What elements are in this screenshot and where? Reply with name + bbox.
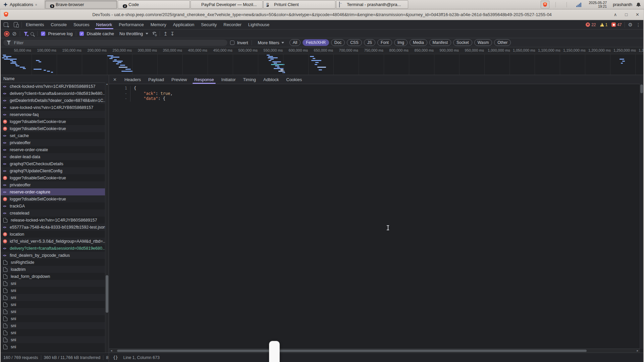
request-row[interactable]: <>graphql?UpdateClientConfig: [1, 167, 109, 174]
import-har-icon[interactable]: ↥: [163, 31, 168, 36]
request-row[interactable]: <>reserve-order-create: [1, 146, 109, 153]
network-signal-icon[interactable]: [576, 2, 581, 7]
list-scrollbar[interactable]: ▲: [105, 82, 109, 353]
user-menu[interactable]: prashanth: [613, 2, 632, 7]
window-titlebar[interactable]: DevTools - uat.e-shop.jeep.com/ore/2025/…: [1, 9, 643, 20]
detail-tab-timing[interactable]: Timing: [239, 75, 260, 84]
request-row[interactable]: release-locked-vin?vin=1C4RJYB60S8689157: [1, 217, 109, 224]
more-options-icon[interactable]: ⋮: [635, 20, 643, 29]
throttling-select[interactable]: No throttling: [119, 31, 143, 36]
filter-chip-manifest[interactable]: Manifest: [429, 39, 451, 46]
request-row[interactable]: sni: [1, 294, 109, 301]
request-row[interactable]: <>delivery?client=fcanafta&sessionId=08d…: [1, 90, 109, 97]
tab-lighthouse[interactable]: Lighthouse: [245, 20, 273, 29]
scrollbar-thumb[interactable]: [106, 275, 108, 313]
filter-chip-font[interactable]: Font: [377, 39, 392, 46]
request-row[interactable]: <>find_dealers_by_zipcode_radius: [1, 252, 109, 259]
disable-cache-checkbox[interactable]: ✓: [79, 32, 84, 36]
pretty-print-icon[interactable]: {}: [109, 355, 120, 360]
tab-elements[interactable]: Elements: [22, 20, 47, 29]
console-errors-badge[interactable]: ✕ 22: [586, 20, 596, 29]
export-har-icon[interactable]: ↧: [170, 31, 175, 36]
tab-network[interactable]: Network: [93, 20, 116, 29]
detail-tab-adblock[interactable]: Adblock: [260, 75, 282, 84]
request-row[interactable]: sni: [1, 329, 109, 336]
filter-chip-doc[interactable]: Doc: [331, 39, 345, 46]
filter-chip-other[interactable]: Other: [494, 39, 511, 46]
request-row[interactable]: <>e55777aa-7548-4c4a-8333-b01992fb1592-t…: [1, 224, 109, 231]
request-row[interactable]: <>save-locked-vins?vin=1C4RJYB60S8689157: [1, 104, 109, 111]
request-row[interactable]: <>privateoffer: [1, 139, 109, 146]
device-toolbar-button[interactable]: [11, 20, 21, 29]
request-row[interactable]: ✕logger?disableSetCookie=true: [1, 195, 109, 202]
request-row[interactable]: ✕id?d_visid_ver=5.3.0&d_fieldgroup=AAM&d…: [1, 238, 109, 245]
tab-performance[interactable]: Performance: [115, 20, 147, 29]
scroll-left-icon[interactable]: ◄: [110, 349, 113, 353]
filter-chip-wasm[interactable]: Wasm: [474, 39, 492, 46]
close-button[interactable]: ✕: [636, 12, 639, 17]
adblock-badge[interactable]: 47: [611, 20, 622, 29]
detail-tab-payload[interactable]: Payload: [145, 75, 168, 84]
detail-tab-cookies[interactable]: Cookies: [282, 75, 306, 84]
more-filters-button[interactable]: More filters: [258, 40, 284, 45]
notifications-bell-icon[interactable]: [636, 2, 641, 7]
request-row[interactable]: loadtrim: [1, 266, 109, 273]
request-row[interactable]: sniRightSide: [1, 259, 109, 266]
filter-chip-all[interactable]: All: [289, 39, 301, 46]
request-row[interactable]: <>privateoffer: [1, 181, 109, 188]
tab-memory[interactable]: Memory: [147, 20, 170, 29]
clock[interactable]: 2025-05-27 19:21: [589, 1, 607, 8]
taskbar-window-button[interactable]: Terminal - prashanth@pra...: [336, 0, 408, 9]
request-row[interactable]: sni: [1, 336, 109, 343]
request-row[interactable]: <>dealer-lead-data: [1, 153, 109, 160]
filter-chip-fetchxhr[interactable]: Fetch/XHR: [303, 39, 329, 46]
taskbar-window-button[interactable]: 2Code: [118, 0, 190, 9]
detail-horizontal-scrollbar[interactable]: ◄ ►: [109, 349, 640, 353]
close-detail-button[interactable]: ✕: [109, 75, 121, 84]
request-row[interactable]: ✕logger?disableSetCookie=true: [1, 174, 109, 181]
request-row[interactable]: <>reserve-order-capture: [1, 188, 109, 195]
request-row[interactable]: <>delivery?client=fcanafta&sessionId=08d…: [1, 245, 109, 252]
request-row[interactable]: <>createlead: [1, 209, 109, 217]
request-row[interactable]: sni: [1, 315, 109, 322]
applications-menu[interactable]: Applications ≡: [0, 0, 45, 9]
request-row[interactable]: ✕logger?disableSetCookie=true: [1, 125, 109, 132]
request-row[interactable]: <>reservenow-faq: [1, 111, 109, 118]
taskbar-window-button[interactable]: PPritunl Client: [263, 0, 335, 9]
request-row[interactable]: <>getDealerInfoDetails?dealer_code=68748…: [1, 97, 109, 104]
scroll-up-icon[interactable]: ▲: [105, 82, 109, 86]
scrollbar-thumb[interactable]: [117, 350, 587, 352]
taskbar-window-button[interactable]: PayPal Developer — Mozil...: [191, 0, 263, 9]
tab-sources[interactable]: Sources: [70, 20, 93, 29]
settings-gear-icon[interactable]: ⚙: [626, 20, 635, 29]
filter-toggle-icon[interactable]: [23, 32, 28, 36]
invert-checkbox[interactable]: [230, 41, 234, 45]
clear-icon[interactable]: ⊘: [12, 31, 16, 37]
detail-tab-response[interactable]: Response: [191, 75, 218, 84]
request-row[interactable]: <>check-locked-vins?vin=1C4RJYB60S868915…: [1, 83, 109, 90]
response-body-viewer[interactable]: 1{- "ack": true,- "data": {: [109, 84, 643, 353]
request-row[interactable]: ✕logger?disableSetCookie=true: [1, 118, 109, 125]
tab-recorder[interactable]: Recorder: [220, 20, 245, 29]
request-row[interactable]: ✕location: [1, 231, 109, 238]
inspect-element-button[interactable]: [1, 20, 11, 29]
scrollbar-thumb[interactable]: [640, 84, 643, 93]
tab-security[interactable]: Security: [198, 20, 220, 29]
request-row[interactable]: sni: [1, 322, 109, 329]
network-overview-timeline[interactable]: 50,000 ms100,000 ms150,000 ms200,000 ms2…: [1, 47, 643, 75]
search-icon[interactable]: [31, 32, 34, 36]
console-warnings-badge[interactable]: 1: [600, 20, 608, 29]
request-row[interactable]: sni: [1, 343, 109, 350]
preserve-log-checkbox[interactable]: ✓: [41, 32, 45, 36]
name-column-header[interactable]: Name: [1, 75, 109, 83]
request-row[interactable]: <>set_cache: [1, 132, 109, 139]
maximize-button[interactable]: □: [625, 12, 628, 17]
tab-application[interactable]: Application: [170, 20, 198, 29]
request-row[interactable]: sni: [1, 287, 109, 294]
tab-console[interactable]: Console: [47, 20, 70, 29]
record-button[interactable]: [4, 31, 9, 37]
request-row[interactable]: lead_form_dropdown: [1, 273, 109, 280]
scroll-right-icon[interactable]: ►: [636, 349, 639, 353]
request-row[interactable]: <>graphql?GetCheckoutDetails: [1, 160, 109, 167]
taskbar-window-button[interactable]: 5Brave-browser: [45, 0, 117, 9]
